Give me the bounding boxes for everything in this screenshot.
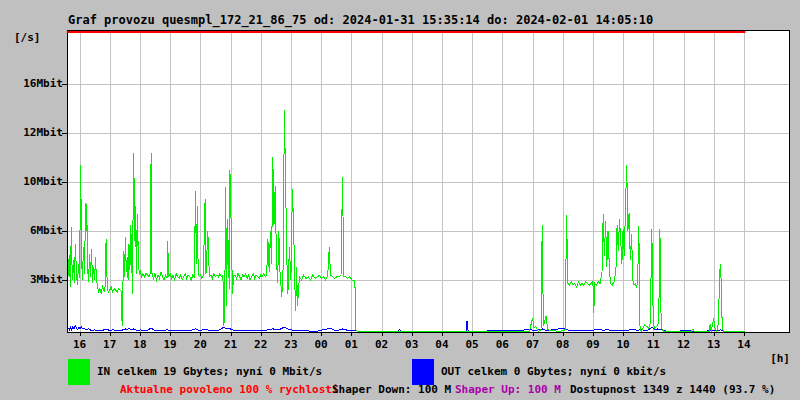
x-tick-label: 13 <box>699 338 729 352</box>
x-tick-label: 03 <box>397 338 427 352</box>
legend-in-label: IN celkem 19 Gbytes; nyní 0 Mbit/s <box>97 365 322 379</box>
legend-out-label: OUT celkem 0 Gbytes; nyní 0 kbit/s <box>441 365 666 379</box>
x-tick-label: 02 <box>367 338 397 352</box>
x-tick-label: 01 <box>336 338 366 352</box>
availability-text: Dostupnost 1349 z 1440 (93.7 %) <box>570 383 775 397</box>
allowed-speed-text: Aktualne povoleno 100 % rychlosti <box>120 383 339 397</box>
y-tick-label: 3Mbit <box>0 273 63 287</box>
x-tick-label: 00 <box>306 338 336 352</box>
traffic-graph-page: Graf provozu quesmpl_172_21_86_75 od: 20… <box>0 0 800 400</box>
traffic-chart <box>62 30 795 342</box>
x-tick-label: 11 <box>638 338 668 352</box>
x-tick-label: 12 <box>669 338 699 352</box>
x-tick-label: 07 <box>518 338 548 352</box>
x-tick-label: 04 <box>427 338 457 352</box>
y-axis-labels: 3Mbit6Mbit10Mbit12Mbit16Mbit <box>0 30 65 333</box>
x-tick-label: 17 <box>95 338 125 352</box>
x-tick-label: 08 <box>548 338 578 352</box>
shaper-up-text: Shaper Up: 100 M <box>455 383 561 397</box>
legend-out-swatch <box>412 359 434 385</box>
plot-area <box>67 30 790 333</box>
page-title: Graf provozu quesmpl_172_21_86_75 od: 20… <box>68 13 653 27</box>
x-tick-label: 14 <box>729 338 759 352</box>
x-tick-label: 18 <box>125 338 155 352</box>
x-axis-unit-label: [h] <box>745 352 790 365</box>
y-tick-label: 6Mbit <box>0 224 63 238</box>
x-tick-label: 22 <box>246 338 276 352</box>
x-tick-label: 19 <box>155 338 185 352</box>
x-tick-label: 05 <box>457 338 487 352</box>
x-tick-label: 23 <box>276 338 306 352</box>
shaper-down-text: Shaper Down: 100 M <box>332 383 451 397</box>
x-tick-label: 06 <box>487 338 517 352</box>
x-tick-label: 20 <box>185 338 215 352</box>
y-tick-label: 12Mbit <box>0 126 63 140</box>
y-tick-label: 10Mbit <box>0 175 63 189</box>
legend-in-swatch <box>68 359 90 385</box>
x-tick-label: 16 <box>65 338 95 352</box>
x-tick-label: 10 <box>608 338 638 352</box>
x-tick-label: 21 <box>216 338 246 352</box>
x-axis-labels: 1617181920212223000102030405060708091011… <box>62 338 795 352</box>
x-tick-label: 09 <box>578 338 608 352</box>
y-tick-label: 16Mbit <box>0 77 63 91</box>
